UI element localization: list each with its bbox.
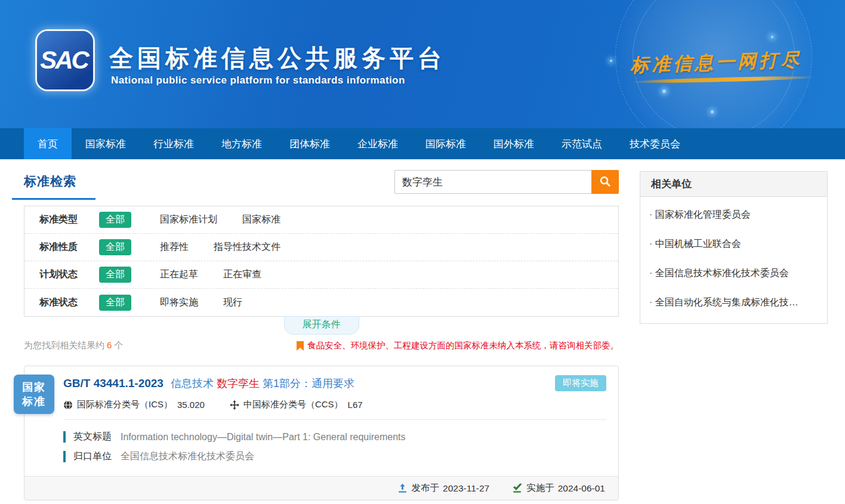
filter-selected-badge[interactable]: 全部 [99, 239, 131, 255]
main-column: 标准检索 标准类型 全部 国家标准计划 国家标准 标准性质 全部 推荐性 指导性… [24, 170, 619, 500]
related-unit-link[interactable]: 全国自动化系统与集成标准化技… [640, 288, 827, 317]
standard-result-card: 国家 标准 GB/T 43441.1-2023 信息技术 数字孪生 第1部分：通… [24, 366, 619, 500]
main-nav: 首页 国家标准 行业标准 地方标准 团体标准 企业标准 国际标准 国外标准 示范… [0, 128, 845, 159]
search-input[interactable] [394, 170, 591, 194]
publish-upload-icon [397, 483, 408, 493]
type-badge-line1: 国家 [22, 380, 46, 394]
search-icon [599, 175, 611, 189]
related-units-title: 相关单位 [640, 172, 827, 197]
implemented-label: 实施于 [526, 482, 554, 494]
nav-item-foreign-standards[interactable]: 国外标准 [480, 128, 548, 159]
notice-text: 食品安全、环境保护、工程建设方面的国家标准未纳入本系统，请咨询相关部委。 [307, 340, 619, 351]
standard-code: GB/T 43441.1-2023 [63, 377, 164, 390]
search-section: 标准检索 [24, 170, 619, 206]
filter-option[interactable]: 推荐性 [160, 241, 189, 253]
ccs-meta: 中国标准分类号（CCS） L67 [230, 399, 363, 410]
filter-option[interactable]: 即将实施 [160, 296, 198, 309]
standard-type-badge: 国家 标准 [14, 375, 54, 414]
nav-item-home[interactable]: 首页 [24, 128, 72, 159]
result-count-suffix: 个 [114, 340, 123, 350]
sac-logo[interactable]: SAC [37, 31, 93, 89]
filter-row-standard-type: 标准类型 全部 国家标准计划 国家标准 [24, 206, 618, 234]
published-label: 发布于 [412, 482, 440, 494]
filter-row-standard-nature: 标准性质 全部 推荐性 指导性技术文件 [24, 234, 618, 261]
published-date: 2023-11-27 [443, 483, 489, 494]
filter-option[interactable]: 正在起草 [160, 268, 198, 281]
nav-item-local-standards[interactable]: 地方标准 [208, 128, 276, 159]
system-notice: 食品安全、环境保护、工程建设方面的国家标准未纳入本系统，请咨询相关部委。 [297, 340, 619, 351]
expand-conditions-button[interactable]: 展开条件 [284, 316, 359, 335]
detail-row-english-title: 英文标题 Information technology—Digital twin… [63, 431, 606, 443]
status-badge: 即将实施 [555, 375, 606, 391]
platform-title: 全国标准信息公共服务平台 [109, 42, 446, 75]
filter-label: 标准性质 [39, 241, 99, 253]
implemented-date: 2024-06-01 [558, 483, 605, 494]
glow-dot [771, 36, 773, 38]
related-unit-link[interactable]: 全国信息技术标准化技术委员会 [640, 259, 827, 288]
title-part1: 信息技术 [171, 378, 214, 389]
filter-option[interactable]: 指导性技术文件 [214, 241, 280, 253]
search-box [394, 170, 619, 194]
result-count-number: 6 [107, 340, 112, 350]
detail-value: Information technology—Digital twin—Part… [121, 432, 406, 443]
ics-meta: 国际标准分类号（ICS） 35.020 [63, 399, 205, 410]
result-count: 为您找到相关结果约6个 [24, 340, 123, 351]
card-details: 英文标题 Information technology—Digital twin… [63, 419, 606, 472]
globe-icon [63, 400, 73, 410]
nav-item-enterprise-standards[interactable]: 企业标准 [344, 128, 412, 159]
search-button[interactable] [591, 170, 619, 194]
ccs-label: 中国标准分类号（CCS） [243, 399, 343, 410]
glow-dot [711, 110, 714, 113]
filter-option[interactable]: 正在审查 [223, 268, 261, 281]
ics-value: 35.020 [177, 400, 205, 410]
filter-label: 标准状态 [39, 296, 99, 309]
ics-label: 国际标准分类号（ICS） [77, 399, 172, 410]
title-part2: 第1部分：通用要求 [263, 378, 354, 389]
nav-item-pilot[interactable]: 示范试点 [548, 128, 616, 159]
standard-title-link[interactable]: GB/T 43441.1-2023 信息技术 数字孪生 第1部分：通用要求 即将… [63, 375, 606, 391]
filter-label: 标准类型 [39, 214, 99, 226]
nav-item-international-standards[interactable]: 国际标准 [412, 128, 480, 159]
filter-row-standard-status: 标准状态 全部 即将实施 现行 [24, 289, 618, 316]
detail-label: 归口单位 [73, 450, 112, 463]
detail-bar [63, 431, 66, 443]
sac-logo-text: SAC [40, 46, 90, 75]
card-head: GB/T 43441.1-2023 信息技术 数字孪生 第1部分：通用要求 即将… [24, 366, 618, 419]
glow-dot [662, 89, 666, 93]
bookmark-icon [297, 341, 304, 351]
detail-label: 英文标题 [73, 431, 112, 443]
detail-row-committee: 归口单位 全国信息技术标准化技术委员会 [63, 450, 606, 463]
result-count-prefix: 为您找到相关结果约 [24, 340, 104, 350]
glow-dot [610, 60, 612, 62]
related-units-list: 国家标准化管理委员会 中国机械工业联合会 全国信息技术标准化技术委员会 全国自动… [640, 197, 827, 323]
filter-selected-badge[interactable]: 全部 [99, 212, 131, 228]
filter-row-plan-status: 计划状态 全部 正在起草 正在审查 [24, 261, 618, 289]
move-arrows-icon [230, 400, 239, 410]
detail-value: 全国信息技术标准化技术委员会 [121, 450, 254, 463]
published-date-item: 发布于 2023-11-27 [397, 482, 490, 494]
nav-item-industry-standards[interactable]: 行业标准 [140, 128, 208, 159]
platform-subtitle: National public service platform for sta… [111, 75, 405, 86]
nav-item-group-standards[interactable]: 团体标准 [276, 128, 344, 159]
related-unit-link[interactable]: 中国机械工业联合会 [640, 230, 827, 259]
standard-title: 信息技术 数字孪生 第1部分：通用要求 [171, 376, 354, 391]
implemented-date-item: 实施于 2024-06-01 [512, 482, 605, 494]
filter-option[interactable]: 国家标准 [242, 214, 280, 226]
results-summary-row: 为您找到相关结果约6个 食品安全、环境保护、工程建设方面的国家标准未纳入本系统，… [24, 340, 619, 351]
card-footer: 发布于 2023-11-27 实施于 2024-06-01 [24, 476, 618, 500]
related-units-panel: 相关单位 国家标准化管理委员会 中国机械工业联合会 全国信息技术标准化技术委员会… [640, 171, 828, 324]
filter-selected-badge[interactable]: 全部 [99, 267, 131, 283]
filter-selected-badge[interactable]: 全部 [99, 295, 131, 311]
filter-option[interactable]: 现行 [223, 296, 242, 309]
filter-panel: 标准类型 全部 国家标准计划 国家标准 标准性质 全部 推荐性 指导性技术文件 … [24, 206, 619, 317]
detail-bar [63, 451, 66, 462]
nav-item-national-standards[interactable]: 国家标准 [72, 128, 140, 159]
implement-check-icon [512, 483, 522, 493]
ccs-value: L67 [348, 400, 363, 410]
nav-item-technical-committee[interactable]: 技术委员会 [616, 128, 694, 159]
filter-option[interactable]: 国家标准计划 [160, 214, 217, 226]
related-unit-link[interactable]: 国家标准化管理委员会 [640, 200, 827, 230]
type-badge-line2: 标准 [22, 394, 46, 409]
filter-label: 计划状态 [39, 268, 99, 281]
page-title: 标准检索 [24, 170, 76, 190]
